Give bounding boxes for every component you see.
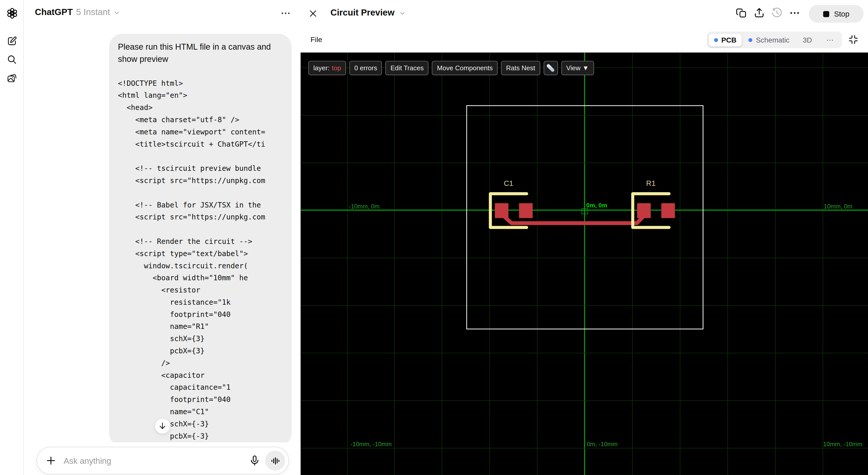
origin-marker bbox=[582, 208, 588, 214]
composer-placeholder[interactable]: Ask anything bbox=[64, 456, 249, 465]
grid-label-bottom-center: 0m, -10mm bbox=[587, 441, 618, 447]
copy-icon[interactable] bbox=[736, 7, 747, 19]
chevron-down-icon bbox=[399, 10, 405, 16]
chat-header: ChatGPT 5 Instant bbox=[24, 0, 301, 27]
pcb-drawing: C1 R1 bbox=[301, 53, 868, 475]
chatgpt-logo-icon[interactable] bbox=[5, 6, 19, 20]
canvas-title-dropdown[interactable]: Circuit Preview bbox=[331, 8, 406, 18]
layer-label: layer: bbox=[313, 64, 330, 72]
move-components-button[interactable]: Move Components bbox=[432, 61, 498, 75]
user-message-code: <!DOCTYPE html> <html lang="en"> <head> … bbox=[118, 77, 283, 446]
blue-dot-icon bbox=[714, 38, 718, 42]
c1-label: C1 bbox=[504, 179, 513, 188]
attach-plus-icon[interactable] bbox=[45, 455, 57, 467]
scroll-to-bottom-button[interactable] bbox=[154, 418, 170, 434]
history-icon[interactable] bbox=[771, 7, 783, 19]
r1-pad1 bbox=[637, 203, 651, 218]
origin-coordinates-label: 0m, 0m bbox=[586, 202, 607, 208]
library-icon[interactable] bbox=[5, 71, 19, 85]
pencil-icon bbox=[546, 64, 555, 73]
tab-more[interactable]: ⋯ bbox=[820, 33, 840, 46]
tab-3d-label: 3D bbox=[803, 36, 812, 44]
blue-dot-icon bbox=[749, 38, 752, 42]
r1-pad2 bbox=[661, 203, 675, 218]
microphone-icon[interactable] bbox=[248, 455, 261, 467]
user-message-bubble: Please run this HTML file in a canvas an… bbox=[109, 34, 292, 446]
view-tabs: PCB Schematic 3D ⋯ bbox=[707, 32, 842, 48]
composer-area: Ask anything bbox=[24, 442, 301, 475]
grid-label-right: 10mm, 0m bbox=[824, 203, 852, 209]
model-picker[interactable]: ChatGPT 5 Instant bbox=[35, 7, 120, 17]
share-icon[interactable] bbox=[753, 7, 765, 19]
close-icon[interactable] bbox=[308, 9, 318, 18]
voice-mode-button[interactable] bbox=[265, 450, 285, 470]
more-options-icon[interactable] bbox=[789, 7, 801, 19]
tab-schematic[interactable]: Schematic bbox=[743, 33, 795, 46]
pencil-tool-button[interactable] bbox=[544, 61, 558, 75]
message-input[interactable]: Ask anything bbox=[36, 447, 289, 474]
stop-square-icon bbox=[823, 11, 829, 17]
layer-value: top bbox=[332, 64, 341, 72]
layer-button[interactable]: layer: top bbox=[308, 61, 346, 75]
errors-button[interactable]: 0 errors bbox=[349, 61, 382, 75]
view-dropdown-button[interactable]: View ▼ bbox=[561, 61, 594, 75]
tab-pcb-label: PCB bbox=[721, 36, 737, 44]
tab-pcb[interactable]: PCB bbox=[709, 33, 742, 46]
tab-schematic-label: Schematic bbox=[756, 36, 789, 44]
pcb-canvas[interactable]: C1 R1 0m, 0m -10mm, 0m 10mm, 0m -10mm, -… bbox=[301, 53, 868, 475]
canvas-header: Circuit Preview bbox=[301, 0, 868, 53]
canvas-panel: Circuit Preview bbox=[301, 0, 868, 475]
chat-title: ChatGPT bbox=[35, 7, 73, 17]
canvas-title: Circuit Preview bbox=[331, 8, 395, 18]
edit-traces-button[interactable]: Edit Traces bbox=[385, 61, 429, 75]
chat-options-icon[interactable] bbox=[280, 8, 291, 19]
grid-label-left: -10mm, 0m bbox=[349, 203, 379, 209]
rats-nest-button[interactable]: Rats Nest bbox=[501, 61, 540, 75]
c1-pad1 bbox=[495, 203, 508, 218]
r1-label: R1 bbox=[646, 179, 655, 188]
search-icon[interactable] bbox=[5, 53, 19, 66]
grid-label-bottom-right: 10mm, -10mm bbox=[823, 441, 862, 447]
chat-panel: ChatGPT 5 Instant Please run this HTML f… bbox=[24, 0, 301, 475]
c1-pad2 bbox=[519, 203, 533, 218]
tab-more-label: ⋯ bbox=[827, 36, 834, 44]
canvas-actions bbox=[736, 7, 801, 19]
stop-button[interactable]: Stop bbox=[809, 5, 864, 23]
exit-fullscreen-icon[interactable] bbox=[848, 34, 859, 45]
new-chat-icon[interactable] bbox=[5, 34, 19, 48]
app-window: ChatGPT 5 Instant Please run this HTML f… bbox=[0, 0, 868, 475]
arrow-down-icon bbox=[158, 421, 167, 431]
user-message-text: Please run this HTML file in a canvas an… bbox=[118, 41, 283, 65]
file-menu[interactable]: File bbox=[311, 35, 322, 44]
grid-label-bottom-left: -10mm, -10mm bbox=[350, 441, 392, 447]
tab-3d[interactable]: 3D bbox=[796, 33, 818, 46]
model-name: 5 Instant bbox=[76, 7, 110, 17]
sidebar-rail bbox=[0, 0, 24, 475]
chevron-down-icon bbox=[114, 9, 120, 16]
pcb-toolbar: layer: top 0 errors Edit Traces Move Com… bbox=[308, 61, 594, 75]
stop-label: Stop bbox=[834, 10, 849, 18]
